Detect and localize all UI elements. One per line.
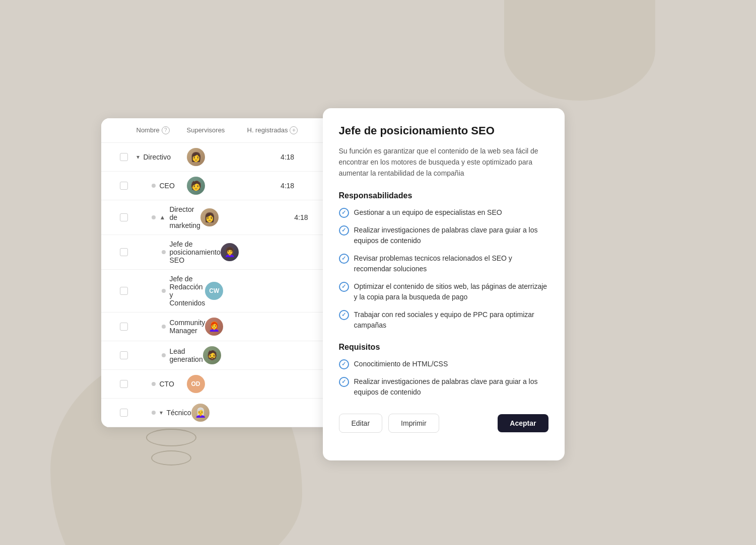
- header-supervisores-label: Supervisores: [187, 126, 225, 134]
- row-checkbox[interactable]: [120, 213, 128, 221]
- responsabilidades-title: Responsabilidades: [339, 191, 548, 200]
- detail-title: Jefe de posicionamiento SEO: [339, 124, 548, 137]
- row-name-cell: Jefe de posicionamiento SEO: [136, 240, 221, 264]
- requisitos-list: Conocitimiento de HTML/CSS Realizar inve…: [339, 359, 548, 398]
- responsibility-text: Optimizar el contenido de sitios web, la…: [354, 281, 548, 302]
- header-h-reg-1-label: H. registradas: [247, 126, 288, 134]
- requisito-text: Conocitimiento de HTML/CSS: [354, 359, 448, 369]
- avatar-initials: CW: [205, 282, 223, 300]
- responsibility-item: Gestionar a un equipo de especialistas e…: [339, 207, 548, 218]
- check-icon: [339, 208, 349, 218]
- row-name-cell: ▲ Director de marketing: [136, 205, 200, 229]
- detail-footer: Editar Imprimir Aceptar: [339, 414, 548, 433]
- status-dot: [152, 411, 156, 415]
- row-name-cell: CEO: [136, 182, 187, 190]
- row-name-cell: Community Manager: [136, 319, 205, 335]
- row-name-text: Jefe de Redacción y Contenidos: [170, 275, 205, 307]
- header-h-reg-1: H. registradas +: [247, 126, 328, 134]
- header-nombre: Nombre ?: [136, 126, 187, 134]
- row-name-text: Técnico: [167, 409, 191, 417]
- avatar: 👩: [187, 148, 205, 166]
- row-checkbox[interactable]: [120, 409, 128, 417]
- responsabilidades-list: Gestionar a un equipo de especialistas e…: [339, 207, 548, 331]
- row-name-text: Community Manager: [170, 319, 205, 335]
- row-name-text: CEO: [160, 182, 175, 190]
- row-name-cell: ▾ Directivo: [136, 153, 187, 161]
- status-dot: [162, 353, 166, 357]
- avatar-initials: OD: [187, 375, 205, 393]
- detail-panel: Jefe de posicionamiento SEO Su función e…: [323, 108, 565, 460]
- requisito-item: Realizar investigaciones de palabras cla…: [339, 376, 548, 398]
- avatar: 🧔: [203, 346, 221, 364]
- row-name-text: Directivo: [144, 153, 171, 161]
- edit-button[interactable]: Editar: [339, 414, 383, 433]
- responsibility-text: Gestionar a un equipo de especialistas e…: [354, 207, 502, 218]
- requisito-item: Conocitimiento de HTML/CSS: [339, 359, 548, 369]
- detail-description: Su función es garantizar que el contenid…: [339, 145, 548, 179]
- responsibility-text: Revisar problemas tecnicos relacionados …: [354, 253, 548, 274]
- avatar: 🧑: [187, 177, 205, 195]
- row-name-cell: ▾ Técnico: [136, 409, 191, 417]
- accept-button[interactable]: Aceptar: [498, 414, 548, 432]
- responsibility-item: Optimizar el contenido de sitios web, la…: [339, 281, 548, 302]
- status-dot: [152, 382, 156, 386]
- status-dot: [162, 289, 166, 293]
- expand-icon: ▾: [160, 409, 163, 416]
- avatar: 👩‍🦱: [221, 243, 239, 261]
- row-checkbox[interactable]: [120, 182, 128, 190]
- responsibility-item: Revisar problemas tecnicos relacionados …: [339, 253, 548, 274]
- responsibility-text: Trabajar con red sociales y equipo de PP…: [354, 309, 548, 331]
- time-cell-1: 4:18: [247, 153, 328, 161]
- row-checkbox[interactable]: [120, 153, 128, 161]
- header-supervisores: Supervisores: [187, 126, 247, 134]
- requisitos-title: Requisitos: [339, 343, 548, 352]
- status-dot: [152, 215, 156, 219]
- main-container: Nombre ? Supervisores H. registradas + H…: [101, 118, 655, 427]
- row-name-text: Lead generation: [170, 347, 203, 363]
- status-dot: [162, 250, 166, 254]
- avatar: 👩‍🦰: [205, 318, 223, 336]
- row-name-cell: CTO: [136, 380, 187, 388]
- row-name-text: Jefe de posicionamiento SEO: [170, 240, 221, 264]
- check-icon: [339, 310, 349, 320]
- responsibility-item: Trabajar con red sociales y equipo de PP…: [339, 309, 548, 331]
- row-checkbox[interactable]: [120, 248, 128, 256]
- check-icon: [339, 225, 349, 236]
- status-dot: [152, 184, 156, 188]
- time-cell-1: 4:18: [247, 182, 328, 190]
- collapse-icon: ▲: [160, 214, 166, 221]
- expand-icon: ▾: [136, 153, 140, 161]
- row-checkbox[interactable]: [120, 351, 128, 359]
- row-checkbox[interactable]: [120, 380, 128, 388]
- requisito-text: Realizar investigaciones de palabras cla…: [354, 376, 548, 398]
- check-icon: [339, 377, 349, 387]
- row-name-cell: Jefe de Redacción y Contenidos: [136, 275, 205, 307]
- avatar: 👩: [200, 208, 219, 226]
- avatar: 👩‍🦳: [191, 404, 210, 422]
- check-icon: [339, 254, 349, 264]
- h-reg-1-add-icon[interactable]: +: [290, 126, 298, 134]
- row-checkbox[interactable]: [120, 287, 128, 295]
- print-button[interactable]: Imprimir: [388, 414, 439, 433]
- responsibility-text: Realizar investigaciones de palabras cla…: [354, 225, 548, 246]
- nombre-help-icon[interactable]: ?: [162, 126, 170, 134]
- row-name-text: Director de marketing: [169, 205, 200, 229]
- responsibility-item: Realizar investigaciones de palabras cla…: [339, 225, 548, 246]
- check-icon: [339, 282, 349, 292]
- status-dot: [162, 325, 166, 329]
- row-name-cell: Lead generation: [136, 347, 203, 363]
- check-icon: [339, 359, 349, 369]
- header-nombre-label: Nombre: [136, 126, 160, 134]
- row-name-text: CTO: [160, 380, 174, 388]
- row-checkbox[interactable]: [120, 323, 128, 331]
